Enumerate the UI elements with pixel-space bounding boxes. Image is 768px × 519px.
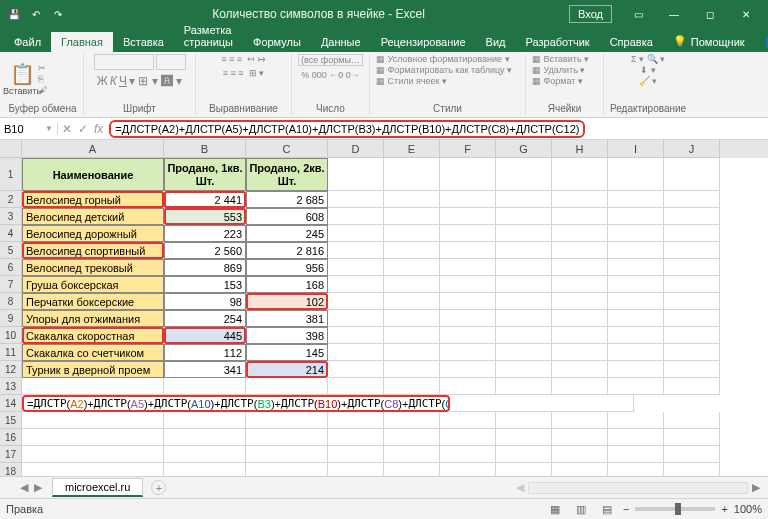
cell-c[interactable]: 102 (246, 293, 328, 310)
header-b[interactable]: Продано, 1кв.Шт. (164, 158, 246, 191)
row-header[interactable]: 7 (0, 276, 22, 293)
cell-c[interactable]: 2 816 (246, 242, 328, 259)
tab-view[interactable]: Вид (476, 32, 516, 52)
tab-home[interactable]: Главная (51, 32, 113, 52)
col-header-j[interactable]: J (664, 140, 720, 158)
format-painter-icon[interactable]: 🖌 (38, 85, 47, 95)
cancel-formula-icon[interactable]: ✕ (62, 122, 72, 136)
save-icon[interactable]: 💾 (4, 4, 24, 24)
cell-name[interactable]: Упоры для отжимания (22, 310, 164, 327)
cell-b[interactable]: 2 560 (164, 242, 246, 259)
row-header[interactable]: 6 (0, 259, 22, 276)
share-button[interactable]: 👥Поделиться (755, 31, 768, 52)
col-header-e[interactable]: E (384, 140, 440, 158)
cell-c[interactable]: 2 685 (246, 191, 328, 208)
row-header[interactable]: 5 (0, 242, 22, 259)
cell-c[interactable]: 245 (246, 225, 328, 242)
cell-name[interactable]: Перчатки боксерские (22, 293, 164, 310)
cell-name[interactable]: Груша боксерская (22, 276, 164, 293)
format-cells-button[interactable]: ▦ Формат ▾ (532, 76, 583, 86)
view-layout-icon[interactable]: ▥ (571, 501, 591, 517)
row-header[interactable]: 2 (0, 191, 22, 208)
cell-b[interactable]: 2 441 (164, 191, 246, 208)
sheet-prev-icon[interactable]: ◀ (20, 481, 28, 494)
row-header[interactable]: 13 (0, 378, 22, 395)
cut-icon[interactable]: ✂ (38, 63, 47, 73)
row-header[interactable]: 14 (0, 395, 22, 412)
redo-icon[interactable]: ↷ (48, 4, 68, 24)
tab-data[interactable]: Данные (311, 32, 371, 52)
fx-icon[interactable]: fx (94, 122, 103, 136)
minimize-icon[interactable]: — (656, 0, 692, 28)
zoom-slider[interactable] (635, 507, 715, 511)
zoom-out-icon[interactable]: − (623, 503, 629, 515)
close-icon[interactable]: ✕ (728, 0, 764, 28)
cell-styles-button[interactable]: ▦ Стили ячеек ▾ (376, 76, 447, 86)
cell-b[interactable]: 98 (164, 293, 246, 310)
row-header[interactable]: 16 (0, 429, 22, 446)
assistant-button[interactable]: 💡Помощник (663, 31, 755, 52)
tab-formulas[interactable]: Формулы (243, 32, 311, 52)
ribbon-options-icon[interactable]: ▭ (620, 0, 656, 28)
hscroll[interactable] (528, 482, 748, 494)
cell-c[interactable]: 168 (246, 276, 328, 293)
tab-insert[interactable]: Вставка (113, 32, 174, 52)
cell-c[interactable]: 956 (246, 259, 328, 276)
cell-name[interactable]: Велосипед горный (22, 191, 164, 208)
add-sheet-icon[interactable]: + (151, 480, 166, 495)
formula-cell[interactable]: =ДЛСТР(A2)+ДЛСТР(A5)+ДЛСТР(A10)+ДЛСТР(B3… (22, 395, 450, 412)
row-header[interactable]: 12 (0, 361, 22, 378)
cell-name[interactable]: Скакалка скоростная (22, 327, 164, 344)
login-button[interactable]: Вход (569, 5, 612, 23)
cell-c[interactable]: 381 (246, 310, 328, 327)
tab-developer[interactable]: Разработчик (516, 32, 600, 52)
row-header[interactable]: 8 (0, 293, 22, 310)
cell-name[interactable]: Велосипед трековый (22, 259, 164, 276)
zoom-value[interactable]: 100% (734, 503, 762, 515)
cell-name[interactable]: Турник в дверной проем (22, 361, 164, 378)
cell-name[interactable]: Скакалка со счетчиком (22, 344, 164, 361)
chevron-down-icon[interactable]: ▼ (45, 124, 53, 133)
copy-icon[interactable]: ⎘ (38, 74, 47, 84)
tab-review[interactable]: Рецензирование (371, 32, 476, 52)
cell-b[interactable]: 445 (164, 327, 246, 344)
cond-format-button[interactable]: ▦ Условное форматирование ▾ (376, 54, 510, 64)
sheet-tab-active[interactable]: microexcel.ru (52, 478, 143, 497)
formula-bar[interactable]: =ДЛСТР(A2)+ДЛСТР(A5)+ДЛСТР(A10)+ДЛСТР(B3… (107, 119, 768, 139)
col-header-c[interactable]: C (246, 140, 328, 158)
row-header[interactable]: 1 (0, 158, 22, 191)
row-header[interactable]: 15 (0, 412, 22, 429)
col-header-i[interactable]: I (608, 140, 664, 158)
row-header[interactable]: 10 (0, 327, 22, 344)
cell-name[interactable]: Велосипед спортивный (22, 242, 164, 259)
maximize-icon[interactable]: ◻ (692, 0, 728, 28)
tab-file[interactable]: Файл (4, 32, 51, 52)
tab-layout[interactable]: Разметка страницы (174, 20, 243, 52)
zoom-in-icon[interactable]: + (721, 503, 727, 515)
cell-b[interactable]: 341 (164, 361, 246, 378)
sheet-next-icon[interactable]: ▶ (34, 481, 42, 494)
header-c[interactable]: Продано, 2кв.Шт. (246, 158, 328, 191)
col-header-f[interactable]: F (440, 140, 496, 158)
enter-formula-icon[interactable]: ✓ (78, 122, 88, 136)
col-header-h[interactable]: H (552, 140, 608, 158)
delete-cells-button[interactable]: ▦ Удалить ▾ (532, 65, 585, 75)
row-header[interactable]: 3 (0, 208, 22, 225)
col-header-a[interactable]: A (22, 140, 164, 158)
undo-icon[interactable]: ↶ (26, 4, 46, 24)
col-header-d[interactable]: D (328, 140, 384, 158)
view-normal-icon[interactable]: ▦ (545, 501, 565, 517)
view-break-icon[interactable]: ▤ (597, 501, 617, 517)
cell-c[interactable]: 608 (246, 208, 328, 225)
row-header[interactable]: 4 (0, 225, 22, 242)
col-header-b[interactable]: B (164, 140, 246, 158)
cell-c[interactable]: 214 (246, 361, 328, 378)
col-header-g[interactable]: G (496, 140, 552, 158)
row-header[interactable]: 18 (0, 463, 22, 476)
cell-b[interactable]: 153 (164, 276, 246, 293)
row-header[interactable]: 11 (0, 344, 22, 361)
cell-c[interactable]: 145 (246, 344, 328, 361)
cell-b[interactable]: 553 (164, 208, 246, 225)
cell-name[interactable]: Велосипед детский (22, 208, 164, 225)
tab-help[interactable]: Справка (600, 32, 663, 52)
